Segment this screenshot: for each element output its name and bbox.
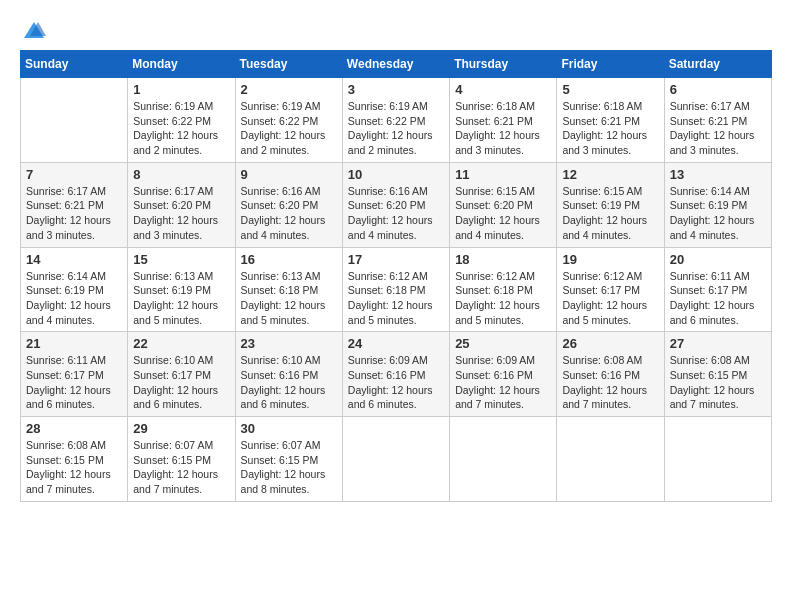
day-number: 5 [562, 82, 658, 97]
cell-info: Sunrise: 6:09 AM Sunset: 6:16 PM Dayligh… [455, 353, 551, 412]
day-number: 8 [133, 167, 229, 182]
cell-info: Sunrise: 6:14 AM Sunset: 6:19 PM Dayligh… [26, 269, 122, 328]
calendar-week-row: 14Sunrise: 6:14 AM Sunset: 6:19 PM Dayli… [21, 247, 772, 332]
day-number: 26 [562, 336, 658, 351]
calendar-cell: 25Sunrise: 6:09 AM Sunset: 6:16 PM Dayli… [450, 332, 557, 417]
cell-info: Sunrise: 6:07 AM Sunset: 6:15 PM Dayligh… [133, 438, 229, 497]
calendar-table: SundayMondayTuesdayWednesdayThursdayFrid… [20, 50, 772, 502]
calendar-cell: 29Sunrise: 6:07 AM Sunset: 6:15 PM Dayli… [128, 417, 235, 502]
calendar-header: SundayMondayTuesdayWednesdayThursdayFrid… [21, 51, 772, 78]
cell-info: Sunrise: 6:18 AM Sunset: 6:21 PM Dayligh… [562, 99, 658, 158]
calendar-cell: 13Sunrise: 6:14 AM Sunset: 6:19 PM Dayli… [664, 162, 771, 247]
weekday-header: Tuesday [235, 51, 342, 78]
day-number: 23 [241, 336, 337, 351]
calendar-cell: 8Sunrise: 6:17 AM Sunset: 6:20 PM Daylig… [128, 162, 235, 247]
calendar-body: 1Sunrise: 6:19 AM Sunset: 6:22 PM Daylig… [21, 78, 772, 502]
page-header [20, 20, 772, 40]
weekday-header: Thursday [450, 51, 557, 78]
calendar-cell: 15Sunrise: 6:13 AM Sunset: 6:19 PM Dayli… [128, 247, 235, 332]
cell-info: Sunrise: 6:13 AM Sunset: 6:18 PM Dayligh… [241, 269, 337, 328]
day-number: 28 [26, 421, 122, 436]
calendar-cell: 16Sunrise: 6:13 AM Sunset: 6:18 PM Dayli… [235, 247, 342, 332]
day-number: 17 [348, 252, 444, 267]
calendar-cell: 30Sunrise: 6:07 AM Sunset: 6:15 PM Dayli… [235, 417, 342, 502]
cell-info: Sunrise: 6:15 AM Sunset: 6:20 PM Dayligh… [455, 184, 551, 243]
cell-info: Sunrise: 6:19 AM Sunset: 6:22 PM Dayligh… [348, 99, 444, 158]
cell-info: Sunrise: 6:14 AM Sunset: 6:19 PM Dayligh… [670, 184, 766, 243]
weekday-header: Friday [557, 51, 664, 78]
calendar-cell [664, 417, 771, 502]
calendar-cell: 20Sunrise: 6:11 AM Sunset: 6:17 PM Dayli… [664, 247, 771, 332]
calendar-cell: 5Sunrise: 6:18 AM Sunset: 6:21 PM Daylig… [557, 78, 664, 163]
day-number: 13 [670, 167, 766, 182]
day-number: 6 [670, 82, 766, 97]
calendar-cell: 23Sunrise: 6:10 AM Sunset: 6:16 PM Dayli… [235, 332, 342, 417]
calendar-week-row: 21Sunrise: 6:11 AM Sunset: 6:17 PM Dayli… [21, 332, 772, 417]
cell-info: Sunrise: 6:16 AM Sunset: 6:20 PM Dayligh… [348, 184, 444, 243]
calendar-cell: 17Sunrise: 6:12 AM Sunset: 6:18 PM Dayli… [342, 247, 449, 332]
cell-info: Sunrise: 6:07 AM Sunset: 6:15 PM Dayligh… [241, 438, 337, 497]
calendar-cell [557, 417, 664, 502]
calendar-cell: 27Sunrise: 6:08 AM Sunset: 6:15 PM Dayli… [664, 332, 771, 417]
calendar-cell: 19Sunrise: 6:12 AM Sunset: 6:17 PM Dayli… [557, 247, 664, 332]
cell-info: Sunrise: 6:08 AM Sunset: 6:16 PM Dayligh… [562, 353, 658, 412]
day-number: 22 [133, 336, 229, 351]
cell-info: Sunrise: 6:10 AM Sunset: 6:16 PM Dayligh… [241, 353, 337, 412]
cell-info: Sunrise: 6:13 AM Sunset: 6:19 PM Dayligh… [133, 269, 229, 328]
day-number: 14 [26, 252, 122, 267]
day-number: 27 [670, 336, 766, 351]
day-number: 24 [348, 336, 444, 351]
day-number: 12 [562, 167, 658, 182]
header-row: SundayMondayTuesdayWednesdayThursdayFrid… [21, 51, 772, 78]
day-number: 1 [133, 82, 229, 97]
cell-info: Sunrise: 6:16 AM Sunset: 6:20 PM Dayligh… [241, 184, 337, 243]
cell-info: Sunrise: 6:17 AM Sunset: 6:21 PM Dayligh… [670, 99, 766, 158]
day-number: 3 [348, 82, 444, 97]
calendar-cell: 2Sunrise: 6:19 AM Sunset: 6:22 PM Daylig… [235, 78, 342, 163]
cell-info: Sunrise: 6:09 AM Sunset: 6:16 PM Dayligh… [348, 353, 444, 412]
calendar-cell: 26Sunrise: 6:08 AM Sunset: 6:16 PM Dayli… [557, 332, 664, 417]
cell-info: Sunrise: 6:19 AM Sunset: 6:22 PM Dayligh… [241, 99, 337, 158]
calendar-week-row: 7Sunrise: 6:17 AM Sunset: 6:21 PM Daylig… [21, 162, 772, 247]
weekday-header: Sunday [21, 51, 128, 78]
day-number: 9 [241, 167, 337, 182]
calendar-cell: 11Sunrise: 6:15 AM Sunset: 6:20 PM Dayli… [450, 162, 557, 247]
calendar-cell [342, 417, 449, 502]
day-number: 29 [133, 421, 229, 436]
day-number: 7 [26, 167, 122, 182]
cell-info: Sunrise: 6:12 AM Sunset: 6:17 PM Dayligh… [562, 269, 658, 328]
calendar-cell: 18Sunrise: 6:12 AM Sunset: 6:18 PM Dayli… [450, 247, 557, 332]
calendar-cell: 3Sunrise: 6:19 AM Sunset: 6:22 PM Daylig… [342, 78, 449, 163]
day-number: 16 [241, 252, 337, 267]
logo-icon [22, 20, 46, 40]
cell-info: Sunrise: 6:11 AM Sunset: 6:17 PM Dayligh… [670, 269, 766, 328]
cell-info: Sunrise: 6:15 AM Sunset: 6:19 PM Dayligh… [562, 184, 658, 243]
logo [20, 20, 48, 40]
calendar-week-row: 1Sunrise: 6:19 AM Sunset: 6:22 PM Daylig… [21, 78, 772, 163]
calendar-cell: 9Sunrise: 6:16 AM Sunset: 6:20 PM Daylig… [235, 162, 342, 247]
cell-info: Sunrise: 6:12 AM Sunset: 6:18 PM Dayligh… [348, 269, 444, 328]
calendar-cell: 22Sunrise: 6:10 AM Sunset: 6:17 PM Dayli… [128, 332, 235, 417]
day-number: 25 [455, 336, 551, 351]
day-number: 10 [348, 167, 444, 182]
cell-info: Sunrise: 6:10 AM Sunset: 6:17 PM Dayligh… [133, 353, 229, 412]
calendar-cell: 10Sunrise: 6:16 AM Sunset: 6:20 PM Dayli… [342, 162, 449, 247]
day-number: 18 [455, 252, 551, 267]
cell-info: Sunrise: 6:17 AM Sunset: 6:21 PM Dayligh… [26, 184, 122, 243]
day-number: 19 [562, 252, 658, 267]
cell-info: Sunrise: 6:08 AM Sunset: 6:15 PM Dayligh… [670, 353, 766, 412]
day-number: 30 [241, 421, 337, 436]
cell-info: Sunrise: 6:18 AM Sunset: 6:21 PM Dayligh… [455, 99, 551, 158]
weekday-header: Saturday [664, 51, 771, 78]
cell-info: Sunrise: 6:11 AM Sunset: 6:17 PM Dayligh… [26, 353, 122, 412]
calendar-cell: 24Sunrise: 6:09 AM Sunset: 6:16 PM Dayli… [342, 332, 449, 417]
calendar-cell: 28Sunrise: 6:08 AM Sunset: 6:15 PM Dayli… [21, 417, 128, 502]
calendar-cell: 12Sunrise: 6:15 AM Sunset: 6:19 PM Dayli… [557, 162, 664, 247]
weekday-header: Monday [128, 51, 235, 78]
day-number: 20 [670, 252, 766, 267]
calendar-cell [450, 417, 557, 502]
cell-info: Sunrise: 6:08 AM Sunset: 6:15 PM Dayligh… [26, 438, 122, 497]
calendar-cell: 21Sunrise: 6:11 AM Sunset: 6:17 PM Dayli… [21, 332, 128, 417]
calendar-cell: 14Sunrise: 6:14 AM Sunset: 6:19 PM Dayli… [21, 247, 128, 332]
day-number: 15 [133, 252, 229, 267]
